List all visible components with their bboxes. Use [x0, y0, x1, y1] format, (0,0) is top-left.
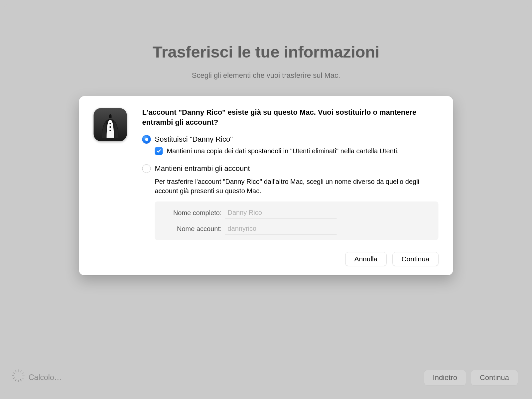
checkbox-on-icon — [155, 147, 163, 155]
full-name-label: Nome completo: — [160, 209, 225, 217]
radio-keep-both-label: Mantieni entrambi gli account — [155, 164, 250, 173]
full-name-row: Nome completo: — [160, 205, 433, 221]
nav-buttons: Indietro Continua — [424, 370, 518, 386]
cancel-button[interactable]: Annulla — [345, 252, 386, 266]
radio-keep-both-accounts[interactable]: Mantieni entrambi gli account — [142, 164, 439, 173]
page-title: Trasferisci le tue informazioni — [4, 43, 528, 61]
dialog-button-row: Annulla Continua — [142, 252, 439, 266]
radio-on-icon — [142, 135, 151, 144]
account-options-radio-group: Sostituisci "Danny Rico" Mantieni una co… — [142, 135, 439, 252]
page-subtitle: Scegli gli elementi che vuoi trasferire … — [4, 71, 528, 80]
spinner-icon — [14, 373, 23, 382]
new-account-form: Nome completo: Nome account: — [155, 201, 439, 240]
account-name-row: Nome account: — [160, 221, 433, 237]
dialog-heading: L'account "Danny Rico" esiste già su que… — [142, 107, 439, 127]
svg-point-2 — [109, 126, 111, 128]
dialog-icon-column — [94, 107, 130, 266]
continue-nav-button[interactable]: Continua — [471, 370, 518, 386]
dialog-content: L'account "Danny Rico" esiste già su que… — [130, 107, 439, 266]
radio-off-icon — [142, 164, 151, 173]
bottom-toolbar: Calcolo… Indietro Continua — [4, 360, 528, 395]
account-conflict-dialog: L'account "Danny Rico" esiste già su que… — [79, 96, 453, 275]
status-text: Calcolo… — [29, 373, 62, 382]
checkbox-keep-copy-label: Mantieni una copia dei dati spostandoli … — [167, 146, 399, 156]
account-name-field[interactable] — [225, 223, 337, 235]
status-area: Calcolo… — [14, 373, 62, 382]
migration-assistant-window: Trasferisci le tue informazioni Scegli g… — [4, 4, 528, 395]
radio-replace-account[interactable]: Sostituisci "Danny Rico" — [142, 135, 439, 144]
continue-button[interactable]: Continua — [392, 252, 438, 266]
svg-rect-0 — [109, 116, 112, 118]
keep-both-description: Per trasferire l'account "Danny Rico" da… — [155, 177, 439, 196]
back-button[interactable]: Indietro — [424, 370, 466, 386]
radio-replace-label: Sostituisci "Danny Rico" — [155, 135, 233, 144]
svg-point-1 — [109, 123, 111, 125]
account-name-label: Nome account: — [160, 225, 225, 233]
setup-assistant-icon — [94, 108, 127, 141]
checkbox-keep-copy[interactable]: Mantieni una copia dei dati spostandoli … — [155, 146, 439, 156]
full-name-field[interactable] — [225, 207, 337, 219]
svg-point-3 — [109, 130, 111, 131]
